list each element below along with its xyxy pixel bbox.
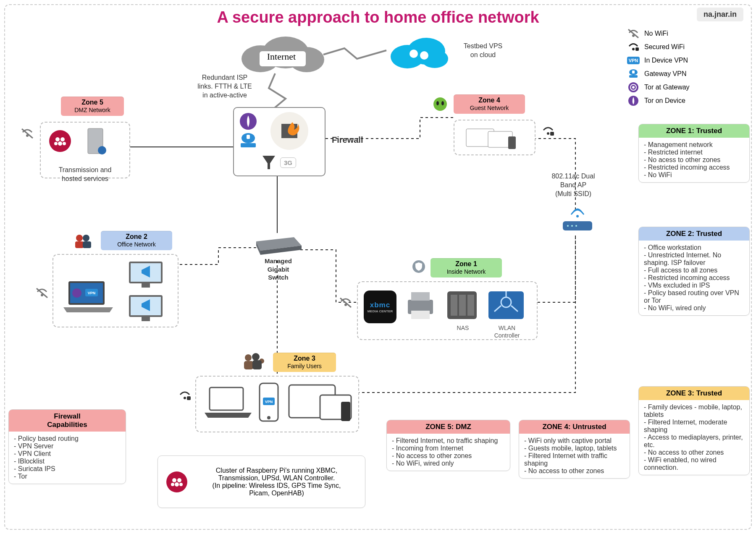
raspberry-pi-icon — [165, 471, 188, 493]
legend-row: Secured WiFi — [627, 42, 741, 52]
list-item: Policy based routing — [14, 435, 121, 442]
wifi-off-icon — [36, 288, 48, 298]
list-item: No WiFi, wired only — [392, 460, 505, 467]
wifi-off-icon — [21, 128, 34, 139]
wifi-lock-icon — [627, 42, 639, 52]
panel-zone3: ZONE 3: Trusted Family devices - mobile,… — [638, 386, 750, 475]
svg-point-10 — [420, 51, 428, 60]
svg-rect-64 — [550, 132, 554, 136]
internet-cloud: Internet — [235, 34, 328, 76]
svg-rect-84 — [252, 360, 262, 369]
legend-row: VPN In Device VPN — [627, 55, 741, 65]
svg-point-97 — [172, 478, 176, 482]
svg-point-59 — [441, 101, 444, 105]
zone1-badge: Zone 1Inside Network — [430, 258, 502, 277]
list-item: Policy based routing over VPN or Tor — [644, 289, 744, 304]
testbed-cloud — [386, 34, 449, 76]
list-item: Filtered Internet, moderate shaping — [644, 419, 744, 434]
svg-point-53 — [76, 235, 83, 241]
svg-rect-67 — [411, 292, 430, 301]
list-item: Incoming from Internet — [392, 445, 505, 452]
wifi-lock-icon — [178, 390, 191, 401]
panel-zone2: ZONE 2: Trusted Office workstationUnrest… — [638, 227, 750, 316]
managed-switch — [252, 233, 302, 256]
list-item: WiFi only with captive portal — [524, 437, 625, 445]
access-point — [559, 208, 596, 237]
list-item: No acess to other zones — [644, 156, 744, 164]
panel-list: Management networkRestricted internetNo … — [639, 138, 749, 182]
list-item: WiFi enabled, no wired connection. — [644, 456, 744, 471]
legend-row: No WiFi — [627, 29, 741, 39]
legend-label: In Device VPN — [644, 57, 688, 64]
tor-device-icon — [627, 96, 639, 106]
svg-point-81 — [252, 353, 260, 361]
list-item: Family devices - mobile, laptop, tablets — [644, 403, 744, 419]
svg-point-98 — [177, 478, 181, 482]
svg-point-25 — [575, 225, 577, 227]
panel-zone5: ZONE 5: DMZ Filtered Internet, no traffi… — [386, 420, 510, 471]
svg-point-63 — [547, 132, 549, 135]
family-icon — [242, 353, 267, 372]
svg-point-58 — [436, 101, 439, 105]
svg-point-104 — [632, 48, 635, 50]
svg-point-29 — [58, 141, 62, 146]
zone3-node: VPN — [195, 376, 359, 432]
list-item: VPN Server — [14, 442, 121, 450]
svg-point-26 — [49, 130, 71, 152]
panel-list: Family devices - mobile, laptop, tablets… — [639, 400, 749, 475]
svg-point-99 — [175, 482, 179, 487]
list-item: Suricata IPS — [14, 465, 121, 473]
list-item: Guests mobile, laptop, tablets — [524, 445, 625, 452]
list-item: Access to mediaplayers, printer, etc. — [644, 434, 744, 449]
gateway-vpn-icon — [627, 69, 639, 79]
list-item: Restricted internet — [644, 149, 744, 156]
legend-label: Tor at Gateway — [644, 84, 690, 91]
svg-marker-86 — [205, 413, 252, 418]
switch-label: Managed Gigabit Switch — [258, 257, 298, 282]
list-item: Restricted incoming access — [644, 164, 744, 171]
list-item: Filtered Internet, no traffic shaping — [392, 437, 505, 445]
users-icon — [74, 233, 93, 250]
panel-zone4: ZONE 4: Untrusted WiFi only with captive… — [519, 420, 630, 479]
panel-title: ZONE 1: Trusted — [639, 124, 749, 138]
svg-point-94 — [184, 397, 186, 399]
list-item: Unrestricted Internet. No shaping. ISP f… — [644, 251, 744, 267]
zone5-badge: Zone 5DMZ Network — [61, 97, 124, 116]
wifi-off-icon — [339, 297, 352, 308]
list-item: VPN Client — [14, 450, 121, 458]
cluster-note-box: Cluster of Raspberry Pi's running XBMC, … — [158, 455, 365, 508]
ap-note: 802.11ac Dual Band AP (Multi SSID) — [538, 172, 609, 198]
svg-point-30 — [54, 142, 58, 145]
panel-list: Policy based routingVPN ServerVPN Client… — [9, 432, 126, 484]
svg-rect-95 — [187, 396, 191, 400]
svg-point-23 — [567, 225, 569, 227]
list-item: Management network — [644, 141, 744, 149]
svg-point-27 — [55, 137, 60, 141]
svg-text:VPN: VPN — [265, 400, 273, 404]
svg-rect-105 — [635, 47, 639, 51]
svg-point-111 — [632, 86, 635, 89]
legend-label: Secured WiFi — [644, 43, 685, 51]
panel-list: Filtered Internet, no traffic shapingInc… — [387, 434, 510, 471]
list-item: IBlocklist — [14, 458, 121, 465]
svg-rect-85 — [210, 387, 243, 410]
legend-row: Tor at Gateway — [627, 82, 741, 92]
panel-list: WiFi only with captive portalGuests mobi… — [519, 434, 630, 478]
svg-point-101 — [179, 483, 183, 486]
panel-list: Office workstationUnrestricted Internet.… — [639, 241, 749, 315]
isp-note: Redundant ISP links. FTTH & LTE in activ… — [189, 73, 260, 99]
list-item: Office workstation — [644, 244, 744, 251]
firewall-label: Firewall — [332, 134, 370, 145]
zone1-node: xbmcMEDIA CENTER NAS WLAN Controller — [357, 281, 538, 340]
testbed-caption: Testbed VPS on cloud — [454, 42, 512, 60]
list-item: Tor — [14, 473, 121, 480]
list-item: Restricted incoming access — [644, 274, 744, 282]
zone4-node — [454, 120, 536, 155]
svg-rect-55 — [75, 241, 84, 248]
wlan-label: WLAN Controller — [484, 324, 530, 339]
panel-title: ZONE 5: DMZ — [387, 420, 510, 434]
panel-zone1: ZONE 1: Trusted Management networkRestri… — [638, 124, 750, 183]
svg-point-57 — [433, 97, 447, 111]
svg-point-34 — [98, 146, 106, 154]
svg-point-96 — [166, 471, 187, 492]
